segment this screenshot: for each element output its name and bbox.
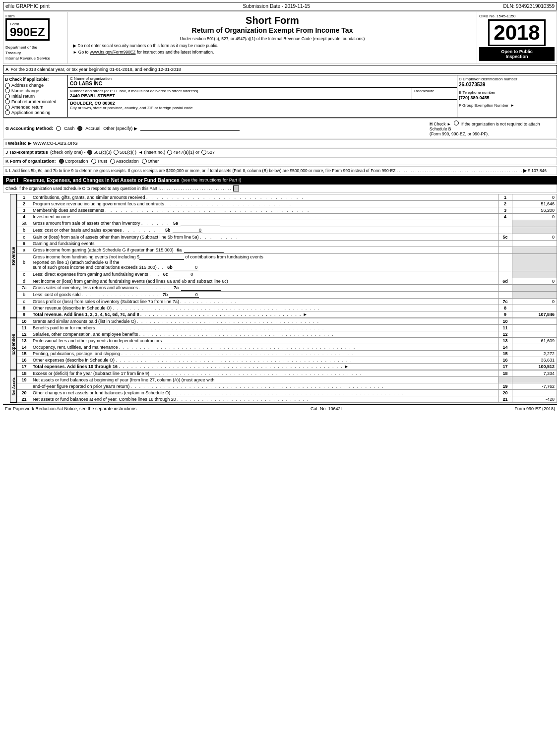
name-change-radio [5, 88, 10, 93]
footer-left: For Paperwork Reduction Act Notice, see … [5, 406, 138, 411]
note-l-arrow: ▶ [523, 168, 527, 173]
table-row: 8 Other revenue (describe in Schedule O)… [17, 305, 557, 311]
initial-return-radio [5, 94, 10, 99]
table-row: 7a Gross sales of inventory, less return… [17, 284, 557, 291]
website-label: I Website: ▶ [5, 141, 31, 146]
application-pending-label: Application pending [11, 110, 51, 115]
section-a: A For the 2018 calendar year, or tax yea… [3, 65, 557, 74]
form-prefix-label: Form [5, 14, 65, 18]
table-row: c Gross profit or (loss) from sales of i… [17, 298, 557, 305]
table-row: 18 Excess or (deficit) for the year (Sub… [17, 370, 557, 376]
tax-501c3: 501(c)(3) [87, 150, 112, 155]
revenue-side-label: Revenue [10, 194, 17, 318]
table-row: a Gross income from gaming (attach Sched… [17, 247, 557, 253]
application-pending-radio [5, 110, 10, 115]
address-change-radio [5, 83, 10, 88]
row-num: c [17, 234, 31, 240]
accrual-label: Accrual [85, 126, 100, 131]
table-row: 17 Total expenses. Add lines 10 through … [17, 363, 557, 370]
year: 2018 [488, 19, 545, 46]
row-amount: 0 [512, 213, 557, 220]
ein-label: D Employer identification number [459, 77, 555, 81]
tax-4947: 4947(a)(1) or [167, 150, 199, 155]
phone: (720) 389-0455 [459, 95, 555, 100]
revenue-table: 1 Contributions, gifts, grants, and simi… [17, 194, 557, 318]
table-row: 16 Other expenses (describe in Schedule … [17, 357, 557, 363]
form-corporation: Corporation [59, 159, 88, 164]
table-row: d Net income or (loss) from gaming and f… [17, 278, 557, 284]
note-l-value: $ 107,846 [528, 168, 547, 173]
net-assets-section: Net Assets 18 Excess or (deficit) for th… [10, 370, 557, 403]
check-amended-return: Amended return [5, 105, 66, 110]
accounting-method: G Accounting Method: Cash Accrual Other … [5, 125, 426, 131]
note-l-dots: . . . . . . . . . . . . . . . . . . . . … [397, 168, 522, 173]
name-change-label: Name change [11, 88, 39, 93]
table-row: 3 Membership dues and assessments . . . … [17, 207, 557, 213]
tax-exempt-label: J Tax-exempt status [5, 150, 48, 155]
row-amount: 51,646 [512, 200, 557, 207]
row-num: 3 [17, 207, 31, 213]
row-linenum: 4 [498, 213, 512, 220]
table-row: c Gain or (loss) from sale of assets oth… [17, 234, 557, 240]
dln: DLN: 93492319010359 [503, 3, 555, 9]
part-i-subtitle: (see the instructions for Part I) [182, 178, 242, 183]
table-row: end-of-year figure reported on prior yea… [17, 383, 557, 389]
row-desc: Contributions, gifts, grants, and simila… [31, 194, 498, 200]
subtitle: Under section 501(c), 527, or 4947(a)(1)… [73, 36, 472, 41]
efile-label: efile GRAPHIC print [5, 3, 50, 9]
note-l: L L Add lines 5b, 6c, and 7b to line 9 t… [3, 166, 557, 175]
org-name: CO LABS INC [70, 81, 455, 86]
tax-501c3-radio [87, 150, 92, 155]
tax-501c: 501(c)( ) [114, 150, 136, 155]
page: efile GRAPHIC print Submission Date - 20… [0, 0, 560, 415]
expenses-section: Expenses 10 Grants and similar amounts p… [10, 318, 557, 370]
check-final-return: Final return/terminated [5, 99, 66, 104]
table-row: 5a Gross amount from sale of assets othe… [17, 220, 557, 227]
tax-501c-radio [114, 150, 119, 155]
table-row: 21 Net assets or fund balances at end of… [17, 396, 557, 402]
group-exempt-label: F Group Exemption Number ► [459, 103, 555, 108]
dept-line1: Department of the [5, 45, 65, 50]
top-bar: efile GRAPHIC print Submission Date - 20… [3, 2, 557, 10]
cash-label: Cash [64, 126, 74, 131]
website-row: I Website: ▶ WWW.CO-LABS.ORG [3, 139, 557, 147]
part-i-check-note: Check if the organization used Schedule … [5, 186, 160, 191]
form-number: 990EZ [10, 26, 45, 38]
row-num: b [17, 227, 31, 234]
row-linenum: 1 [498, 194, 512, 200]
part-i-label: Part I [6, 178, 18, 183]
table-row: 4 Investment income . . . . . . . . . . … [17, 213, 557, 220]
table-row: 2 Program service revenue including gove… [17, 200, 557, 207]
check-name-change: Name change [5, 88, 66, 93]
form-trust: Trust [91, 159, 107, 164]
section-a-text: For the 2018 calendar year, or tax year … [11, 67, 132, 72]
submission-date: Submission Date - 2019-11-15 [243, 3, 310, 9]
section-a-label: A [5, 67, 9, 72]
row-desc: Membership dues and assessments . . . . … [31, 207, 498, 213]
org-address-label: Number and street (or P. O. box, if mail… [70, 89, 410, 93]
row-num: 5a [17, 220, 31, 227]
table-row: c Less: direct expenses from gaming and … [17, 271, 557, 278]
open-to-public: Open to PublicInspection [479, 47, 555, 61]
form-association: Association [110, 159, 139, 164]
accounting-label: G Accounting Method: [5, 126, 53, 131]
table-row: b Less: cost of goods sold . . . . . . .… [17, 291, 557, 298]
part-i-checkbox [233, 186, 239, 191]
expenses-side-label: Expenses [10, 318, 17, 370]
row-linenum: 3 [498, 207, 512, 213]
part-i-title: Revenue, Expenses, and Changes in Net As… [23, 178, 180, 183]
row-num: 4 [17, 213, 31, 220]
tax-exempt-row: J Tax-exempt status (check only one) - 5… [3, 148, 557, 156]
revenue-section: Revenue 1 Contributions, gifts, grants, … [10, 194, 557, 318]
row-amount: 56,200 [512, 207, 557, 213]
check-h-radio [454, 121, 459, 125]
row-desc: Gross amount from sale of assets other t… [31, 220, 498, 227]
website-url: WWW.CO-LABS.ORG [33, 141, 78, 146]
org-city-label: City or town, state or province, country… [70, 106, 455, 110]
table-row: 13 Professional fees and other payments … [17, 337, 557, 344]
cash-radio [56, 126, 61, 131]
table-row: 15 Printing, publications, postage, and … [17, 350, 557, 357]
table-row: 10 Grants and similar amounts paid (list… [17, 318, 557, 324]
table-row: 9 Total revenue. Add lines 1, 2, 3, 4, 5… [17, 311, 557, 317]
notice1: ▶ Do not enter social security numbers o… [73, 43, 472, 48]
